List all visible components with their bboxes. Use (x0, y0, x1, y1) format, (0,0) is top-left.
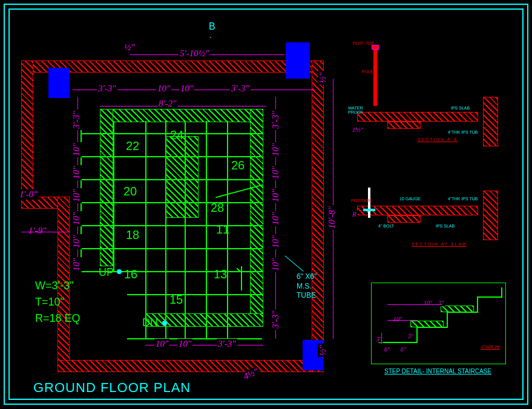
dim-text: 10" (271, 211, 281, 226)
step-line (477, 296, 502, 298)
column-top-right (286, 42, 310, 79)
step-number: 22 (126, 139, 139, 153)
dim-text: 6" (383, 346, 391, 353)
step-line (378, 342, 418, 343)
detail-label: 10 GAUGE (399, 197, 421, 201)
dim-line (21, 232, 70, 232)
dim-text: 3" (375, 336, 383, 342)
step-number: 26 (231, 159, 245, 172)
info-width: W=3'-3" (35, 280, 73, 292)
up-dot (117, 269, 122, 274)
step-number: 15 (169, 293, 183, 307)
step-line (477, 296, 478, 313)
dim-text: ½" (318, 71, 328, 85)
detail1-cap (372, 45, 379, 50)
dim-text: 10" (71, 165, 82, 180)
dim-text: 10" (179, 83, 194, 94)
dim-text: 10" (271, 257, 281, 272)
column-top-left (48, 68, 70, 98)
dim-text: 10" (177, 339, 192, 349)
dn-dot (162, 321, 167, 326)
tread-line-v (145, 121, 146, 339)
tread-line-v (113, 121, 114, 272)
detail-label: POLE (362, 70, 373, 74)
detail1-wall (483, 97, 498, 146)
tread-line (80, 156, 262, 157)
detail1-beam (387, 122, 421, 129)
dim-text: 10" (71, 188, 82, 203)
dim-line (387, 320, 418, 321)
dn-label: DN (142, 316, 158, 329)
dim-text: 3'-3" (271, 309, 281, 330)
wall-left-upper (21, 61, 33, 209)
stair-wall-top (100, 109, 263, 122)
detail-label: IPS SLAB (436, 224, 455, 228)
arrow (241, 266, 242, 290)
dim-text: 8'-2" (157, 99, 178, 109)
detail-label: 4"THK IPS TUB (448, 130, 478, 134)
dim-text: 6" (399, 346, 407, 353)
dim-line (381, 333, 382, 344)
dim-text: 10" (271, 165, 281, 180)
step-nosing (441, 306, 474, 312)
detail-label: POST TOP (353, 41, 374, 45)
up-label: UP (99, 266, 114, 279)
wall-right (312, 61, 324, 372)
dim-text: 1'-0" (18, 189, 39, 200)
dim-text: 1½" (351, 126, 364, 133)
dim-text: 10" (71, 211, 82, 226)
dim-text: 10" (71, 142, 82, 157)
step-number: 13 (214, 267, 227, 281)
detail2-plate (363, 209, 375, 211)
step-number: 24 (170, 128, 183, 142)
dim-text: 10" (271, 234, 281, 249)
tread-line-v (165, 121, 166, 339)
dim-text: R (351, 211, 358, 218)
dim-text: 10" (271, 188, 281, 203)
detail-label: WATERPROOF (348, 106, 363, 114)
tread-line (127, 294, 262, 295)
detail3-title: STEP DETAIL- INTERNAL STAIRCASE (384, 368, 491, 375)
dim-text: 1'-9" (27, 226, 48, 236)
step-nosing (410, 321, 444, 327)
tread-line (127, 338, 262, 339)
stair-newel (165, 136, 199, 218)
dim-text: 5'-10½" (179, 48, 210, 59)
dim-text: 10" (392, 316, 403, 322)
dim-text: ½" (123, 42, 136, 53)
wall-bottom (57, 360, 324, 372)
step-line (416, 327, 418, 343)
grid-label: B (209, 21, 215, 32)
tread-line (80, 225, 262, 226)
detail-label: STAIR 2B (481, 345, 500, 349)
plan-title: GROUND FLOOR PLAN (33, 380, 191, 396)
tread-line (80, 202, 262, 203)
step-number: 20 (123, 185, 137, 198)
dim-text: 10" (71, 234, 82, 249)
dim-text: 3" (437, 299, 445, 306)
dim-text: 3'-3" (217, 339, 237, 349)
tube-note: 6" X6" M.S. TUBE (297, 272, 317, 301)
dim-text: 3'-3" (97, 83, 117, 94)
dim-text: 10'-8" (327, 205, 337, 230)
info-riser: R=18 EQ (35, 312, 80, 325)
dim-text: 10" (156, 83, 171, 94)
tread-line (80, 179, 262, 180)
step-number: 16 (124, 267, 137, 281)
detail-label: 4" BOLT (378, 224, 394, 228)
tread-line-v (185, 121, 186, 339)
dim-text: 3'-3" (271, 110, 281, 130)
info-tread: T=10" (35, 296, 64, 309)
step-number: 28 (211, 201, 224, 215)
tread-line-v (206, 121, 207, 339)
detail-label: IPS SLAB (451, 106, 470, 110)
step-line (447, 312, 448, 328)
detail2-wall (483, 191, 498, 240)
detail-label: 4"THK IPS TUB (448, 197, 478, 201)
dim-text: ½" (318, 344, 328, 357)
step-number: 18 (126, 228, 139, 242)
detail2-title: SECTION AT SLAB (412, 242, 467, 246)
stair-wall-left (100, 109, 113, 266)
dim-line (100, 106, 266, 106)
detail1-slab (357, 112, 478, 122)
